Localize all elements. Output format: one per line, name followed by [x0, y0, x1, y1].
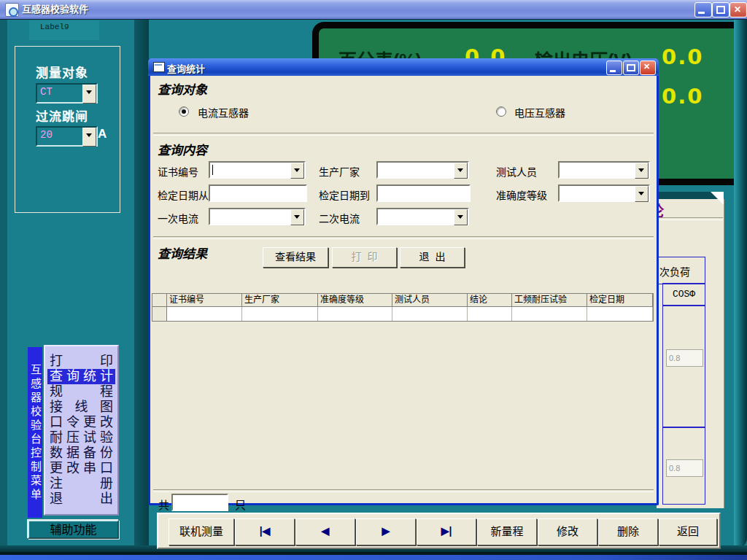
view-results-button[interactable]: 查看结果: [263, 247, 328, 268]
query-stats-dialog: 查询统计 查询对象 电流互感器 电压互感器 查询内容 证书编号 生产厂家 测试人…: [148, 58, 659, 505]
online-measure-button[interactable]: 联机测量: [169, 518, 234, 545]
chevron-down-icon[interactable]: [82, 85, 96, 104]
first-record-button[interactable]: |◀: [235, 518, 295, 545]
main-titlebar: 互感器校验软件: [0, 0, 747, 20]
chevron-down-icon[interactable]: [290, 209, 304, 225]
date-from-input[interactable]: [209, 184, 307, 202]
lcd-voltage-value-2: 0.0: [662, 84, 703, 109]
menu-item-withstand-test[interactable]: 耐压试验: [47, 430, 115, 446]
menu-item-wiring-diagram[interactable]: 接线图: [47, 400, 115, 415]
next-record-button[interactable]: ▶: [356, 518, 416, 545]
restore-button[interactable]: [712, 2, 729, 18]
close-button[interactable]: [729, 2, 747, 18]
table-cell[interactable]: [587, 307, 653, 321]
voltage-transformer-label[interactable]: 电压互感器: [514, 105, 565, 120]
overcurrent-trip-combo[interactable]: 20: [36, 126, 98, 147]
new-range-button[interactable]: 新量程: [477, 518, 537, 545]
chevron-down-icon[interactable]: [82, 128, 96, 147]
menu-item-data-backup[interactable]: 数据备份: [47, 446, 115, 461]
results-table: 证书编号 生产厂家 准确度等级 测试人员 结论 工频耐压试验 检定日期: [152, 293, 654, 322]
menu-item-change-password[interactable]: 口令更改: [47, 415, 115, 430]
chevron-down-icon[interactable]: [635, 186, 649, 202]
table-cell[interactable]: [392, 307, 468, 321]
menu-item-exit[interactable]: 退出: [47, 491, 115, 507]
burden-label: 次负荷: [659, 264, 690, 279]
col-header-tester: 测试人员: [392, 294, 468, 307]
accuracy-combo[interactable]: [558, 184, 650, 202]
dialog-maximize-button[interactable]: [623, 61, 639, 75]
delete-button[interactable]: 删除: [598, 518, 658, 545]
table-cell[interactable]: [468, 307, 512, 321]
label9-text: Label9: [40, 23, 69, 31]
chevron-down-icon[interactable]: [290, 163, 304, 179]
primary-current-combo[interactable]: [209, 208, 306, 225]
table-cell[interactable]: [512, 307, 587, 321]
measurement-panel: 测量对象 CT 过流跳闸 20 A: [15, 46, 120, 213]
total-unit-label: 只: [235, 497, 246, 512]
dialog-close-button[interactable]: [640, 61, 656, 75]
dialog-title: 查询统计: [167, 61, 205, 75]
date-from-label: 检定日期从: [158, 187, 209, 202]
menu-item-change-serial[interactable]: 更改串口: [47, 461, 115, 476]
col-header-cert: 证书编号: [167, 294, 242, 307]
col-header-conclusion: 结论: [468, 294, 512, 307]
total-count-input[interactable]: [171, 494, 228, 511]
taskbar-strip: [0, 555, 747, 560]
col-header-manufacturer: 生产厂家: [242, 294, 318, 307]
col-header-accuracy: 准确度等级: [318, 294, 392, 307]
date-to-label: 检定日期到: [319, 187, 370, 202]
chevron-down-icon[interactable]: [454, 163, 468, 179]
page-fold-corner: [711, 192, 724, 205]
modify-button[interactable]: 修改: [538, 518, 597, 545]
chevron-down-icon[interactable]: [635, 163, 649, 179]
manufacturer-combo[interactable]: [376, 161, 469, 179]
cos-value-input-1[interactable]: 0.8: [666, 349, 703, 367]
bottom-toolbar: 联机测量 |◀ ◀ ▶ ▶| 新量程 修改 删除 返回: [157, 513, 721, 549]
dialog-minimize-button[interactable]: [606, 61, 622, 75]
lcd-voltage-value-1: 0.0: [662, 44, 703, 69]
manufacturer-label: 生产厂家: [319, 164, 360, 179]
menu-item-regulation[interactable]: 规程: [47, 384, 115, 400]
bg-right-edge: [734, 19, 747, 548]
return-button[interactable]: 返回: [659, 518, 717, 545]
accuracy-label: 准确度等级: [496, 187, 547, 202]
date-to-input[interactable]: [376, 184, 471, 202]
overcurrent-trip-value: 20: [40, 129, 53, 141]
menu-item-query-stats[interactable]: 查询统计: [47, 369, 115, 384]
cos-value-input-2[interactable]: 0.8: [666, 459, 703, 477]
last-record-button[interactable]: ▶|: [417, 518, 476, 545]
voltage-transformer-radio[interactable]: [496, 106, 506, 117]
primary-current-label: 一次电流: [158, 211, 198, 225]
separator: [153, 236, 654, 239]
exit-button[interactable]: 退 出: [400, 247, 465, 268]
query-result-section-title: 查询结果: [158, 244, 207, 262]
aux-functions-button[interactable]: 辅助功能: [28, 520, 119, 539]
previous-record-button[interactable]: ◀: [295, 518, 355, 545]
measure-object-combo[interactable]: CT: [36, 83, 98, 104]
tester-combo[interactable]: [558, 161, 650, 179]
secondary-current-combo[interactable]: [376, 208, 469, 225]
text-caret: [212, 165, 213, 175]
minimize-button[interactable]: [694, 2, 712, 18]
col-header-date: 检定日期: [587, 294, 653, 307]
secondary-current-label: 二次电流: [319, 211, 360, 225]
chevron-down-icon[interactable]: [454, 209, 468, 225]
table-cell[interactable]: [242, 307, 318, 321]
cos-cell-2: 0.8: [662, 427, 705, 505]
query-object-section-title: 查询对象: [158, 79, 207, 98]
row-selector-header: [152, 294, 167, 307]
cos-phi-header: COSΦ: [662, 283, 705, 306]
row-selector-cell[interactable]: [152, 307, 167, 321]
right-panel-separator: [659, 217, 723, 220]
bg-dark-band: [134, 19, 149, 548]
current-transformer-label[interactable]: 电流互感器: [198, 105, 249, 120]
cert-number-combo[interactable]: [209, 161, 306, 179]
table-cell[interactable]: [318, 307, 392, 321]
app-window: Label9 百分表(%) 0.0 输出电压(V) 0.0 0.0 论 次负荷 …: [0, 0, 747, 560]
separator: [153, 133, 654, 136]
menu-item-print[interactable]: 打印: [47, 354, 115, 369]
table-cell[interactable]: [167, 307, 242, 321]
current-transformer-radio[interactable]: [179, 106, 189, 117]
menu-item-register[interactable]: 注册: [47, 476, 115, 491]
dialog-titlebar[interactable]: 查询统计: [148, 58, 659, 76]
